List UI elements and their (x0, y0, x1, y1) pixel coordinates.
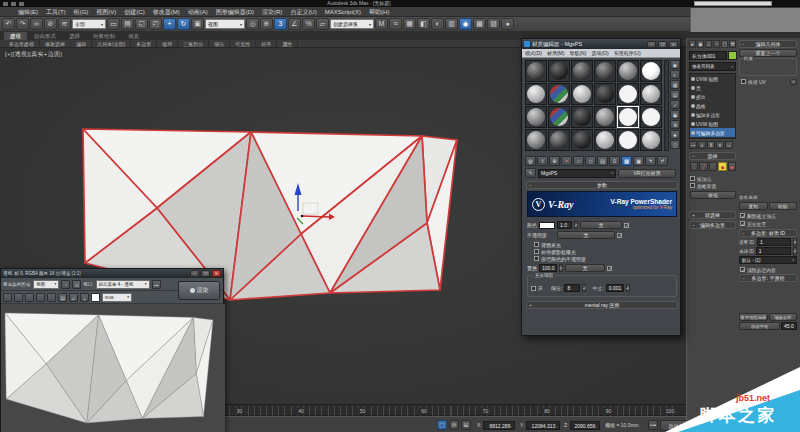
material-ids-rollout-header[interactable]: −多边形: 材质 ID (739, 229, 797, 237)
red-channel-icon[interactable] (47, 293, 56, 302)
maximize-icon[interactable]: ❐ (658, 41, 667, 48)
select-object-icon[interactable]: ▭ (107, 18, 120, 30)
cutoff-field[interactable]: 0.001 (606, 284, 624, 292)
put-to-library-icon[interactable]: ▤ (597, 156, 608, 166)
render-window-titlebar[interactable]: 透视, 帧 0, RGBA 颜色 16 位/通道 (1:1) ─ ❐ ✕ (1, 269, 223, 278)
quick-access-icon[interactable] (3, 2, 8, 6)
preserve-uv-settings-button[interactable]: ▫ (790, 79, 797, 85)
save-image-icon[interactable]: ⤓ (80, 293, 89, 302)
polygon-subobject-icon[interactable]: ■ (718, 162, 726, 171)
material-sample-slot[interactable] (594, 106, 616, 128)
option-checkbox[interactable] (534, 242, 539, 247)
smoothing-groups-rollout-header[interactable]: −多边形: 平滑组 (739, 274, 797, 282)
reset-map-icon[interactable]: ✕ (561, 156, 572, 166)
material-sample-slot[interactable] (525, 60, 547, 82)
create-tab-icon[interactable]: ▸ (689, 40, 696, 48)
color-map-button[interactable]: 无 (580, 221, 622, 229)
clear-all-button[interactable]: 清除全部 (769, 313, 798, 321)
ribbon-panel-label[interactable]: 可见性 (230, 40, 256, 48)
timeline-frame-number[interactable]: 30 (232, 408, 248, 415)
minimize-icon[interactable]: ─ (647, 41, 656, 48)
displacement-map-checkbox[interactable] (607, 266, 612, 271)
area-to-render-dropdown[interactable]: 视图▾ (33, 280, 59, 289)
green-channel-icon[interactable] (36, 293, 45, 302)
parameters-rollout-header[interactable]: −参数 (526, 181, 678, 189)
ribbon-panel-label[interactable]: 三角剖分 (178, 40, 209, 48)
material-sample-slot[interactable] (640, 83, 662, 105)
material-sample-slot[interactable] (617, 83, 639, 105)
selection-option-checkbox[interactable] (690, 183, 695, 188)
clone-window-icon[interactable]: ▤ (58, 293, 67, 302)
material-id-channel-icon[interactable]: 0 (609, 156, 620, 166)
go-to-parent-icon[interactable]: ↰ (645, 156, 656, 166)
hierarchy-tab-icon[interactable]: ⌂ (705, 40, 712, 48)
auto-smooth-angle-field[interactable]: 45.0 (781, 322, 797, 330)
bind-spacewarp-icon[interactable]: ≋ (58, 18, 71, 30)
displacement-multiplier-field[interactable]: 100.0 (539, 264, 557, 272)
ribbon-panel-label[interactable]: 循环 (157, 40, 178, 48)
select-by-name-icon[interactable]: ▤ (121, 18, 134, 30)
material-sample-slot[interactable] (525, 83, 547, 105)
schematic-view-icon[interactable]: ▥ (445, 18, 458, 30)
selection-lock-icon[interactable]: ⊘ (449, 420, 459, 430)
material-sample-slot[interactable] (571, 83, 593, 105)
make-unique-icon[interactable]: ◇ (585, 156, 596, 166)
material-editor-menu-item[interactable]: 材质(M) (547, 50, 565, 56)
go-forward-sibling-icon[interactable]: ↱ (657, 156, 668, 166)
material-sample-slot[interactable] (640, 60, 662, 82)
modifier-stack-item[interactable]: 可编辑多边形 (690, 128, 735, 137)
menubar-item[interactable]: 帮助(H) (365, 7, 393, 17)
modifier-stack-item[interactable]: 壳 (690, 83, 735, 92)
lock-viewport-icon[interactable]: ⊶ (152, 280, 161, 289)
region-select-icon[interactable]: ◱ (135, 18, 148, 30)
material-sample-slot[interactable] (571, 106, 593, 128)
pin-stack-icon[interactable]: ⊶ (689, 141, 697, 149)
ribbon-panel-label[interactable]: 属性 (277, 40, 298, 48)
menubar-item[interactable]: 工具(T) (42, 7, 70, 17)
material-editor-titlebar[interactable]: 材质编辑器 - MgsPS ─ ❐ ✕ (522, 39, 680, 49)
modifier-stack-item[interactable]: UVW 贴图 (690, 74, 735, 83)
modify-tab-icon[interactable]: ◉ (697, 40, 704, 48)
x-coordinate-field[interactable]: 8812.289↕ (483, 421, 515, 430)
menubar-item[interactable]: 自定义(U) (286, 7, 320, 17)
remove-modifier-icon[interactable]: ✕ (716, 141, 724, 149)
video-color-check-icon[interactable]: ✓ (670, 100, 680, 109)
background-icon[interactable]: ▦ (670, 80, 680, 89)
menubar-item[interactable]: 创建(C) (120, 7, 148, 17)
material-editor-menu-item[interactable]: 实用程序(U) (614, 50, 641, 56)
element-subobject-icon[interactable]: ◆ (728, 162, 736, 171)
ribbon-panel-label[interactable]: 修改选择 (40, 40, 71, 48)
motion-tab-icon[interactable]: ◔ (713, 40, 720, 48)
ribbon-panel-label[interactable]: 细分 (209, 40, 230, 48)
gizmo-plane-handle[interactable] (303, 203, 318, 214)
color-multiplier-field[interactable]: 1.0 (557, 221, 572, 229)
named-selection-set-dropdown[interactable]: 创建选择集▾ (330, 19, 374, 29)
render-button[interactable]: 渲染 (178, 281, 220, 300)
spinner-snap-icon[interactable]: ▱ (316, 18, 329, 30)
align-icon[interactable]: ≡ (389, 18, 402, 30)
percent-snap-icon[interactable]: % (302, 18, 315, 30)
displacement-spinner[interactable]: ▴▾ (559, 264, 563, 272)
subdivs-field[interactable]: 8 (564, 284, 580, 292)
object-color-swatch[interactable] (728, 51, 737, 60)
timeline-frame-number[interactable]: 70 (478, 408, 494, 415)
rotate-icon[interactable]: ↻ (177, 18, 190, 30)
ribbon-panel-label[interactable]: 几何体(全部) (92, 40, 131, 48)
mono-channel-icon[interactable] (3, 293, 12, 302)
modifier-stack-item[interactable]: UVW 贴图 (690, 119, 735, 128)
window-crossing-icon[interactable]: ◰ (149, 18, 162, 30)
selection-option-checkbox[interactable] (690, 176, 695, 181)
select-by-sg-button[interactable]: 按平滑组选择 (739, 313, 768, 321)
slot-scrollbar[interactable] (664, 60, 669, 151)
edit-polygons-rollout-header[interactable]: −编辑多边形 (689, 221, 736, 229)
y-coordinate-field[interactable]: 12084.313↕ (526, 421, 560, 430)
set-id-spinner[interactable]: ▴▾ (793, 238, 797, 246)
reference-coordinate-dropdown[interactable]: 视图▾ (205, 19, 245, 29)
modifier-list-dropdown[interactable]: 修改器列表▾ (689, 62, 736, 71)
material-type-button[interactable]: VR灯光材质 (618, 169, 676, 178)
material-editor-icon[interactable]: ◉ (459, 18, 472, 30)
color-map-checkbox[interactable] (624, 223, 629, 228)
assign-to-selection-icon[interactable]: ⊕ (549, 156, 560, 166)
show-end-result-icon[interactable]: ▣ (633, 156, 644, 166)
show-end-result-icon[interactable]: ∨ (698, 141, 706, 149)
